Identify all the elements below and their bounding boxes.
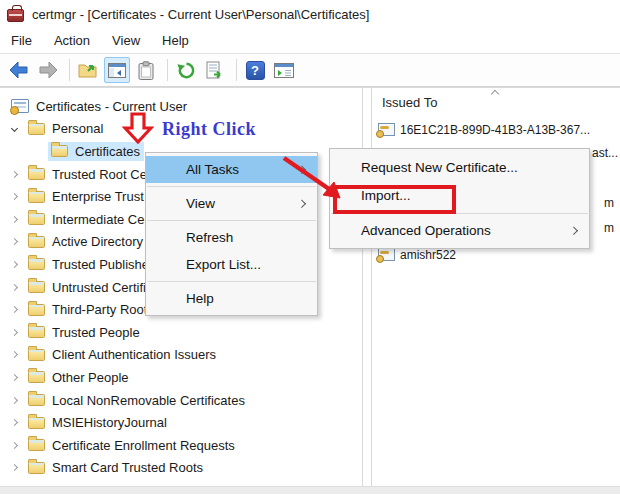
chevron-right-icon[interactable] — [6, 324, 22, 340]
certmgr-app-icon — [7, 9, 24, 22]
export-folder-icon[interactable] — [75, 57, 101, 83]
menu-item-advanced-operations[interactable]: Advanced Operations — [330, 217, 589, 245]
tree-item-client-authentication-issuers[interactable]: Client Authentication Issuers — [0, 344, 362, 367]
menu-view[interactable]: View — [101, 33, 151, 48]
tree-item-certificate-enrollment-requests[interactable]: Certificate Enrollment Requests — [0, 434, 362, 457]
back-icon[interactable] — [6, 57, 32, 83]
tree-item-box: Client Authentication Issuers — [25, 345, 220, 364]
help-icon[interactable]: ? — [242, 57, 268, 83]
tree-item-box: Personal — [25, 119, 107, 138]
tree-item-label: Other People — [52, 370, 129, 385]
refresh-icon[interactable] — [173, 57, 199, 83]
window-bottom-edge — [0, 486, 620, 494]
title-bar: certmgr - [Certificates - Current User\P… — [0, 0, 620, 28]
tree-item-box: Certificates - Current User — [8, 97, 191, 116]
toolbar-separator — [236, 59, 237, 81]
tree-item-box: Trusted Publishers — [25, 255, 164, 274]
forward-icon[interactable] — [35, 57, 61, 83]
show-hide-console-tree-icon[interactable] — [104, 57, 130, 83]
folder-icon — [28, 304, 45, 316]
menu-separator — [331, 213, 588, 214]
menu-item-view[interactable]: View — [146, 190, 317, 217]
certificate-row[interactable]: 16E1C21B-899D-41B3-A13B-367... — [372, 117, 620, 142]
tree-item-label: Certificates — [75, 144, 140, 159]
new-console-window-icon[interactable] — [271, 57, 297, 83]
tree-item-box: Smart Card Trusted Roots — [25, 458, 207, 477]
chevron-right-icon[interactable] — [6, 256, 22, 272]
tree-item-box: Trusted People — [25, 323, 144, 342]
tree-item-box: Certificate Enrollment Requests — [25, 436, 239, 455]
folder-icon — [28, 123, 45, 135]
chevron-right-icon[interactable] — [6, 189, 22, 205]
chevron-right-icon[interactable] — [6, 437, 22, 453]
column-header-issued-to[interactable]: Issued To — [372, 88, 620, 117]
folder-icon — [28, 394, 45, 406]
context-menu: All Tasks View Refresh Export List... He… — [145, 152, 318, 316]
folder-icon — [28, 191, 45, 203]
all-tasks-submenu: Request New Certificate... Import... Adv… — [329, 148, 590, 249]
folder-icon — [28, 326, 45, 338]
menu-item-all-tasks[interactable]: All Tasks — [146, 156, 317, 183]
toolbar: ? — [0, 54, 620, 87]
tree-item-local-nonremovable-certificates[interactable]: Local NonRemovable Certificates — [0, 389, 362, 412]
menu-item-import[interactable]: Import... — [330, 182, 589, 210]
menu-bar: File Action View Help — [0, 28, 620, 54]
tree-item-msiehistoryjournal[interactable]: MSIEHistoryJournal — [0, 411, 362, 434]
tree-item-label: MSIEHistoryJournal — [52, 415, 167, 430]
tree-item-label: Local NonRemovable Certificates — [52, 393, 245, 408]
chevron-right-icon[interactable] — [6, 392, 22, 408]
tree-item-smart-card-trusted-roots[interactable]: Smart Card Trusted Roots — [0, 457, 362, 480]
folder-icon — [28, 349, 45, 361]
tree-item-certificates-current-user[interactable]: Certificates - Current User — [0, 95, 362, 118]
menu-separator — [147, 186, 316, 187]
menu-file[interactable]: File — [0, 33, 43, 48]
certificate-icon — [378, 123, 395, 136]
export-list-icon[interactable] — [202, 57, 228, 83]
window-title: certmgr - [Certificates - Current User\P… — [32, 7, 369, 22]
chevron-right-icon[interactable] — [6, 460, 22, 476]
chevron-right-icon[interactable] — [6, 369, 22, 385]
menu-item-help[interactable]: Help — [146, 285, 317, 312]
menu-help[interactable]: Help — [151, 33, 200, 48]
chevron-right-icon[interactable] — [6, 415, 22, 431]
menu-item-label: Advanced Operations — [361, 223, 491, 238]
clipboard-icon[interactable] — [133, 57, 159, 83]
submenu-chevron-icon — [569, 227, 577, 235]
menu-item-refresh[interactable]: Refresh — [146, 224, 317, 251]
red-down-arrow-annotation — [122, 112, 154, 146]
menu-item-request-new-certificate[interactable]: Request New Certificate... — [330, 154, 589, 182]
folder-icon — [51, 145, 68, 157]
menu-item-label: Import... — [361, 188, 411, 203]
chevron-down-icon[interactable] — [6, 121, 22, 137]
chevron-right-icon[interactable] — [6, 211, 22, 227]
sort-ascending-icon — [491, 90, 499, 98]
folder-icon — [28, 236, 45, 248]
tree-item-label: Certificate Enrollment Requests — [52, 438, 235, 453]
menu-separator — [147, 281, 316, 282]
chevron-right-icon[interactable] — [6, 234, 22, 250]
tree-indent-spacer — [29, 143, 45, 159]
folder-icon — [28, 281, 45, 293]
folder-icon — [28, 439, 45, 451]
chevron-right-icon[interactable] — [6, 279, 22, 295]
chevron-right-icon[interactable] — [6, 166, 22, 182]
tree-item-label: Certificates - Current User — [36, 99, 187, 114]
tree-item-label: Trusted People — [52, 325, 140, 340]
submenu-chevron-icon — [297, 199, 305, 207]
submenu-chevron-icon — [297, 165, 305, 173]
folder-icon — [28, 258, 45, 270]
menu-item-label: View — [186, 196, 215, 211]
menu-separator — [147, 220, 316, 221]
folder-icon — [28, 213, 45, 225]
menu-action[interactable]: Action — [43, 33, 101, 48]
menu-item-export-list[interactable]: Export List... — [146, 251, 317, 278]
folder-icon — [28, 371, 45, 383]
chevron-right-icon[interactable] — [6, 347, 22, 363]
chevron-right-icon[interactable] — [6, 302, 22, 318]
menu-item-label: Request New Certificate... — [361, 160, 518, 175]
tree-item-other-people[interactable]: Other People — [0, 366, 362, 389]
issued-to-cell-fragment: ast... — [592, 146, 618, 160]
tree-item-trusted-people[interactable]: Trusted People — [0, 321, 362, 344]
folder-icon — [28, 462, 45, 474]
tree-item-label: Personal — [52, 121, 103, 136]
